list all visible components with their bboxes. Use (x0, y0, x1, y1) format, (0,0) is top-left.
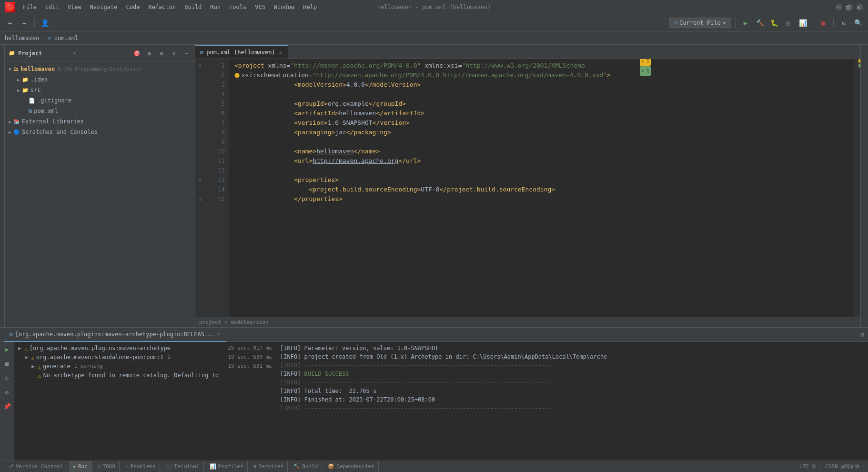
run-rerun-button[interactable]: ↻ (2, 372, 12, 383)
run-item-1[interactable]: ▶ ⚠ [org.apache.maven.plugins:maven-arch… (16, 344, 274, 353)
todo-label: TODO (102, 463, 115, 470)
maximize-button[interactable]: □ (846, 4, 853, 10)
status-todo[interactable]: ☑ TODO (94, 461, 120, 472)
status-problems[interactable]: ⚠ Problems (121, 461, 160, 472)
tree-item-scratches[interactable]: ▶ 🔵 Scratches and Consoles (5, 127, 195, 137)
code-val-xmlns: "http://maven.apache.org/POM/4.0.0" (290, 61, 421, 70)
stop-button[interactable]: ■ (817, 17, 829, 29)
linenum-12: 12 (205, 166, 225, 175)
run-arrow-1[interactable]: ▶ (18, 345, 21, 351)
status-run[interactable]: ▶ Run (69, 461, 92, 472)
run-stop-button[interactable]: ■ (2, 358, 12, 369)
update-button[interactable]: ↻ (838, 17, 850, 29)
menu-edit[interactable]: Edit (41, 3, 63, 11)
run-tab[interactable]: m [org.apache.maven.plugins:maven-archet… (4, 328, 226, 342)
status-version-control[interactable]: ⎇ Version Control (4, 461, 67, 472)
toolbar-separator-4 (833, 18, 834, 28)
debug-button[interactable]: 🐛 (768, 17, 780, 29)
editor-scrollbar[interactable] (854, 59, 860, 317)
close-button[interactable]: × (857, 4, 863, 10)
tree-icon-idea: 📁 (22, 77, 29, 83)
linenum-2: 2 (205, 70, 225, 80)
run-arrow-2[interactable]: ▶ (25, 354, 28, 361)
tree-item-src[interactable]: ▶ 📁 src (5, 85, 195, 95)
run-settings-btn[interactable]: ⚙ (2, 387, 12, 397)
run-warn-3: ⚠ (38, 364, 41, 370)
close-panel-button[interactable]: − (182, 49, 191, 58)
code-editor[interactable]: <project xmlns="http://maven.apache.org/… (229, 59, 854, 317)
forward-button[interactable]: → (18, 17, 30, 29)
run-arrow-3[interactable]: ▶ (31, 363, 35, 370)
menu-file[interactable]: File (19, 3, 40, 11)
menu-help[interactable]: Help (299, 3, 321, 11)
project-panel-dropdown[interactable]: ▾ (73, 50, 76, 56)
tree-arrow-hellomaven[interactable]: ▼ (7, 66, 13, 72)
run-button[interactable]: ▶ (739, 17, 752, 29)
code-tag-model-close: </modelVersion> (365, 80, 421, 90)
menu-run[interactable]: Run (206, 3, 224, 11)
console-output[interactable]: [INFO] Parameter: version, value: 1.0-SN… (276, 342, 868, 461)
menu-refactor[interactable]: Refactor (144, 3, 180, 11)
status-profiler[interactable]: 📊 Profiler (206, 461, 248, 472)
console-line-4: [INFO] BUILD SUCCESS (280, 370, 864, 378)
status-build[interactable]: 🔨 Build (290, 461, 322, 472)
main-container: 📁 Project ▾ 🎯 ≡ ⊞ ⚙ − ▼ 🗂 hellomaven D:\… (0, 45, 868, 461)
status-dependencies[interactable]: 📦 Dependencies (324, 461, 378, 472)
tree-item-external-libs[interactable]: ▶ 📚 External Libraries (5, 116, 195, 127)
linenum-7: 7 (205, 118, 225, 128)
tab-pom-xml[interactable]: m pom.xml (hellomaven) × (195, 45, 288, 59)
run-item-2[interactable]: ▶ ⚠ org.apache.maven:standalone-pom:pom:… (16, 353, 274, 362)
breadcrumb-file[interactable]: pom.xml (54, 35, 79, 41)
menu-view[interactable]: View (64, 3, 85, 11)
tree-item-idea[interactable]: ▶ 📁 .idea (5, 74, 195, 85)
minimize-button[interactable]: — (836, 4, 842, 10)
status-services[interactable]: ⚙ Services (250, 461, 288, 472)
bottom-settings-button[interactable]: ⚙ (860, 331, 864, 338)
services-label: Services (258, 463, 283, 470)
menu-navigate[interactable]: Navigate (86, 3, 121, 11)
tree-item-hellomaven[interactable]: ▼ 🗂 hellomaven D:\Rb_Programming\StudyJa… (5, 64, 195, 74)
breadcrumb-project[interactable]: hellomaven (5, 35, 39, 41)
menu-window[interactable]: Window (270, 3, 298, 11)
run-tab-close[interactable]: × (217, 331, 220, 337)
tab-close-pom[interactable]: × (278, 50, 283, 56)
collapse-all-button[interactable]: ≡ (144, 49, 154, 58)
tree-arrow-scratches[interactable]: ▶ (7, 129, 13, 135)
menu-vcs[interactable]: VCS (251, 3, 269, 11)
settings-button[interactable]: ⚙ (169, 49, 179, 58)
editor-area: m pom.xml (hellomaven) × ▼ (195, 45, 860, 327)
profiler-button[interactable]: 📊 (797, 17, 809, 29)
tab-icon-pom: m (200, 49, 203, 56)
titlebar: 🔴 File Edit View Navigate Code Refactor … (0, 0, 868, 14)
coverage-button[interactable]: ◎ (782, 17, 795, 29)
menu-build[interactable]: Build (181, 3, 205, 11)
run-play-button[interactable]: ▶ (2, 344, 12, 354)
console-line-5: [INFO] ---------------------------------… (280, 378, 864, 387)
run-pin-button[interactable]: 📌 (2, 401, 12, 412)
tree-item-gitignore[interactable]: ▶ 📄 .gitignore (5, 95, 195, 106)
tree-arrow-idea[interactable]: ▶ (15, 76, 22, 83)
tree-arrow-external-libs[interactable]: ▶ (7, 118, 13, 125)
profile-button[interactable]: 👤 (39, 17, 51, 29)
search-everywhere-button[interactable]: 🔍 (852, 17, 864, 29)
code-tag-packaging-open: <packaging> (294, 128, 335, 137)
current-file-dropdown[interactable]: m Current File ▾ (669, 18, 731, 28)
gutter-13: ▼ (195, 175, 205, 185)
expand-collapse-button[interactable]: ⊞ (157, 49, 166, 58)
run-item-3[interactable]: ▶ ⚠ generate 1 warning 19 sec, 531 ms (16, 362, 274, 371)
run-item-4[interactable]: ⚠ No archetype found in remote catalog. … (16, 371, 274, 380)
run-left-strip: ▶ ■ ↻ ⚙ 📌 (0, 342, 14, 461)
linenum-4: 4 (205, 90, 225, 99)
menu-code[interactable]: Code (122, 3, 144, 11)
back-button[interactable]: ← (4, 17, 16, 29)
status-encoding[interactable]: UTF-8 (796, 461, 819, 472)
code-line-3: <modelVersion>4.0.0</modelVersion> (234, 80, 848, 90)
code-schema-val: "http://maven.apache.org/POM/4.0.0 http:… (313, 70, 607, 80)
menu-tools[interactable]: Tools (225, 3, 250, 11)
tree-arrow-src[interactable]: ▶ (15, 87, 22, 93)
tree-item-pom[interactable]: ▶ m pom.xml (5, 106, 195, 116)
run-label-2: org.apache.maven:standalone-pom:pom:1 (36, 354, 163, 361)
status-terminal[interactable]: ⬛ Terminal (162, 461, 204, 472)
build-button[interactable]: 🔨 (754, 17, 766, 29)
locate-file-button[interactable]: 🎯 (132, 49, 141, 58)
